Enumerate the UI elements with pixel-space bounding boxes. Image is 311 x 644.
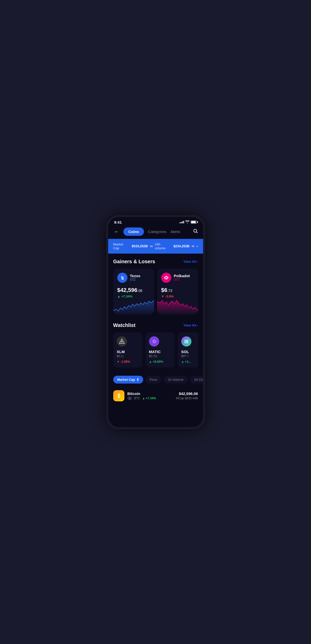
- svg-text:₿: ₿: [118, 393, 120, 398]
- tezos-price: $42,596.06: [117, 287, 150, 293]
- sort-market-cap[interactable]: Market Cap ⬇: [113, 376, 143, 384]
- bitcoin-list-item[interactable]: ₿ Bitcoin 1 BTC +7.34% $42,596.06 MCap $…: [108, 387, 203, 405]
- polkadot-card[interactable]: Polkadot DOT $6.73 -3.9%: [157, 269, 198, 314]
- svg-line-1: [196, 232, 198, 233]
- sort-24-volume[interactable]: 24 Volume: [164, 376, 187, 384]
- market-cap-label: Market Cap: [113, 242, 130, 250]
- nav-bar: ← Coins Categories Alerts: [108, 225, 203, 239]
- gainers-header: Gainers & Losers View All ›: [113, 259, 198, 265]
- xlm-change: -1.85%: [117, 360, 139, 364]
- signal-icon: [179, 221, 184, 223]
- polkadot-name: Polkadot: [174, 274, 190, 278]
- sol-symbol: SOL: [181, 350, 198, 354]
- bitcoin-ticker: BTC: [134, 397, 140, 400]
- svg-point-7: [164, 277, 166, 279]
- bitcoin-rank: 1: [127, 397, 132, 400]
- phone-screen[interactable]: 9:41: [108, 217, 203, 427]
- xlm-symbol: XLM: [117, 350, 139, 354]
- watchlist-header: Watchlist View All ›: [113, 322, 198, 328]
- sol-logo: [181, 336, 191, 346]
- svg-point-8: [167, 277, 168, 279]
- bitcoin-up-icon: [142, 397, 145, 400]
- matic-symbol: MATIC: [149, 350, 171, 354]
- xlm-price: $0.11: [117, 354, 139, 358]
- nav-tabs: Coins Categories Alerts: [123, 227, 190, 236]
- polkadot-chart: [157, 296, 198, 314]
- svg-rect-14: [184, 341, 188, 342]
- svg-rect-13: [184, 340, 188, 341]
- sort-24-change[interactable]: 24 Change: [190, 376, 203, 384]
- status-icons: [179, 220, 197, 224]
- xlm-down-icon: [117, 360, 120, 364]
- watchlist-scroll[interactable]: XLM $0.11 -1.85% ⬡ MATIC $0.791: [113, 332, 198, 369]
- volume-label: 24h volume: [155, 242, 171, 250]
- tezos-name: Tezos: [130, 274, 140, 278]
- svg-point-3: [166, 276, 167, 277]
- tezos-logo: ꜩ: [117, 273, 127, 283]
- sol-price: $97.7: [181, 354, 198, 358]
- watchlist-title: Watchlist: [113, 322, 136, 328]
- phone-frame: 9:41: [106, 215, 205, 429]
- tab-categories[interactable]: Categories: [148, 229, 167, 234]
- market-cap-banner[interactable]: Market Cap $533,252B ∞ 24h volume $234,2…: [108, 239, 203, 254]
- bitcoin-price: $42,596.06: [176, 391, 198, 396]
- status-bar: 9:41: [108, 217, 203, 225]
- market-cap-value: $533,252B: [132, 244, 148, 248]
- tab-coins[interactable]: Coins: [123, 227, 144, 236]
- battery-icon: [191, 221, 197, 224]
- svg-text:⬡: ⬡: [153, 339, 156, 343]
- bottom-spacer: [108, 405, 203, 410]
- volume-value: $234,252B: [173, 244, 190, 248]
- polkadot-price: $6.73: [161, 287, 194, 293]
- status-time: 9:41: [114, 220, 122, 224]
- svg-text:ꜩ: ꜩ: [121, 275, 124, 280]
- matic-price: $0.791: [149, 354, 171, 358]
- watchlist-matic[interactable]: ⬡ MATIC $0.791 +8.93%: [145, 332, 175, 368]
- polkadot-symbol: DOT: [174, 278, 190, 282]
- matic-up-icon: [149, 360, 152, 364]
- sort-down-icon: ⬇: [136, 378, 139, 382]
- tezos-card[interactable]: ꜩ Tezos XTZ $42,596.06 +7.34%: [113, 269, 154, 314]
- svg-rect-15: [184, 342, 188, 343]
- banner-chevron-icon: ›: [197, 244, 198, 249]
- infinity-icon-1: ∞: [150, 244, 153, 249]
- watchlist-view-all[interactable]: View All ›: [184, 323, 198, 327]
- gainers-section: Gainers & Losers View All › ꜩ: [108, 254, 203, 317]
- tab-alerts[interactable]: Alerts: [171, 229, 180, 234]
- infinity-icon-2: ∞: [192, 244, 194, 249]
- bitcoin-change: +7.34%: [142, 397, 156, 400]
- sort-price[interactable]: Price: [146, 376, 161, 384]
- wifi-icon: [185, 220, 189, 224]
- watchlist-sol[interactable]: SOL $97.7 +1...: [178, 332, 198, 368]
- matic-change: +8.93%: [149, 360, 171, 364]
- bitcoin-mcap: MCap $835.44B: [176, 397, 198, 400]
- svg-point-4: [166, 278, 167, 279]
- sort-tabs: Market Cap ⬇ Price 24 Volume 24 Change: [108, 372, 203, 387]
- sol-change: +1...: [181, 360, 198, 364]
- matic-logo: ⬡: [149, 336, 159, 346]
- polkadot-logo: [161, 273, 171, 283]
- gainers-view-all[interactable]: View All ›: [184, 260, 198, 263]
- watchlist-section: Watchlist View All › XLM: [108, 317, 203, 372]
- gainers-grid: ꜩ Tezos XTZ $42,596.06 +7.34%: [113, 269, 198, 314]
- bitcoin-name: Bitcoin: [127, 391, 173, 396]
- sol-up-icon: [181, 360, 184, 364]
- tezos-chart: [113, 296, 154, 314]
- gainers-title: Gainers & Losers: [113, 259, 155, 265]
- xlm-logo: [117, 336, 127, 346]
- bitcoin-logo: ₿: [113, 390, 124, 401]
- back-button[interactable]: ←: [113, 228, 120, 236]
- search-button[interactable]: [193, 228, 198, 235]
- watchlist-xlm[interactable]: XLM $0.11 -1.85%: [113, 332, 142, 368]
- tezos-symbol: XTZ: [130, 278, 140, 282]
- svg-point-0: [194, 229, 197, 232]
